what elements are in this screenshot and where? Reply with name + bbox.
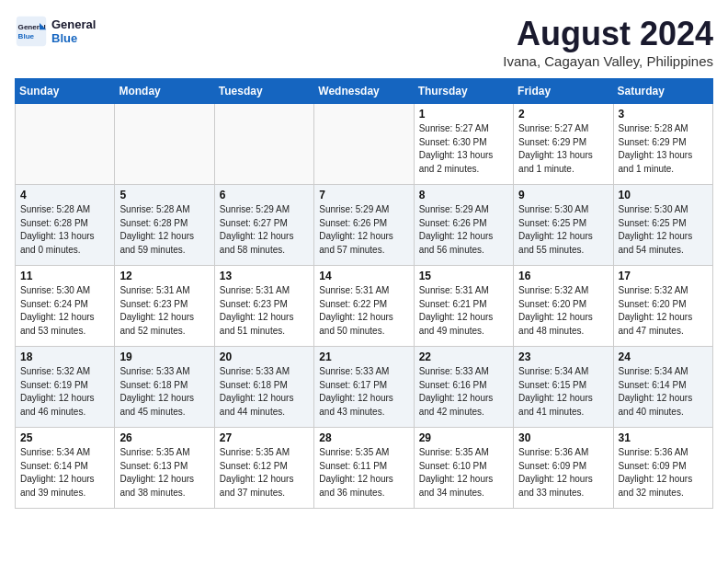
calendar-cell: 19Sunrise: 5:33 AM Sunset: 6:18 PM Dayli… [115, 347, 214, 428]
page-header: General Blue General Blue August 2024 Iv… [15, 15, 713, 69]
day-number: 7 [319, 189, 408, 201]
calendar-cell: 29Sunrise: 5:35 AM Sunset: 6:10 PM Dayli… [414, 428, 513, 509]
day-info: Sunrise: 5:34 AM Sunset: 6:14 PM Dayligh… [20, 446, 109, 500]
weekday-header-friday: Friday [514, 79, 613, 104]
subtitle: Ivana, Cagayan Valley, Philippines [503, 53, 713, 69]
calendar-cell: 31Sunrise: 5:36 AM Sunset: 6:09 PM Dayli… [613, 428, 712, 509]
day-info: Sunrise: 5:30 AM Sunset: 6:25 PM Dayligh… [619, 203, 708, 257]
calendar-cell: 18Sunrise: 5:32 AM Sunset: 6:19 PM Dayli… [16, 347, 115, 428]
calendar-cell: 22Sunrise: 5:33 AM Sunset: 6:16 PM Dayli… [414, 347, 513, 428]
day-number: 30 [518, 431, 608, 444]
day-number: 11 [20, 270, 109, 282]
calendar-cell: 2Sunrise: 5:27 AM Sunset: 6:29 PM Daylig… [514, 104, 613, 185]
day-number: 10 [619, 189, 708, 201]
day-info: Sunrise: 5:31 AM Sunset: 6:21 PM Dayligh… [419, 284, 508, 338]
day-info: Sunrise: 5:32 AM Sunset: 6:20 PM Dayligh… [619, 284, 708, 338]
day-number: 2 [518, 108, 608, 121]
calendar-cell: 17Sunrise: 5:32 AM Sunset: 6:20 PM Dayli… [613, 266, 712, 347]
day-number: 6 [220, 189, 309, 201]
calendar-week-row: 1Sunrise: 5:27 AM Sunset: 6:30 PM Daylig… [16, 104, 713, 185]
weekday-header-sunday: Sunday [16, 79, 115, 104]
calendar-cell: 11Sunrise: 5:30 AM Sunset: 6:24 PM Dayli… [16, 266, 115, 347]
day-number: 29 [419, 431, 508, 444]
calendar-cell: 10Sunrise: 5:30 AM Sunset: 6:25 PM Dayli… [613, 185, 712, 266]
calendar-cell: 25Sunrise: 5:34 AM Sunset: 6:14 PM Dayli… [16, 428, 115, 509]
weekday-header-monday: Monday [115, 79, 214, 104]
logo-icon: General Blue [15, 15, 48, 48]
day-number: 18 [20, 350, 109, 363]
day-info: Sunrise: 5:32 AM Sunset: 6:19 PM Dayligh… [20, 365, 109, 419]
day-number: 19 [119, 350, 209, 363]
calendar-cell: 24Sunrise: 5:34 AM Sunset: 6:14 PM Dayli… [613, 347, 712, 428]
day-info: Sunrise: 5:27 AM Sunset: 6:29 PM Dayligh… [518, 122, 608, 176]
day-info: Sunrise: 5:28 AM Sunset: 6:28 PM Dayligh… [20, 203, 109, 257]
day-number: 14 [319, 270, 408, 282]
day-info: Sunrise: 5:36 AM Sunset: 6:09 PM Dayligh… [518, 446, 608, 500]
weekday-header-row: SundayMondayTuesdayWednesdayThursdayFrid… [16, 79, 713, 104]
day-info: Sunrise: 5:35 AM Sunset: 6:10 PM Dayligh… [419, 446, 508, 500]
calendar-table: SundayMondayTuesdayWednesdayThursdayFrid… [15, 78, 713, 509]
calendar-cell: 12Sunrise: 5:31 AM Sunset: 6:23 PM Dayli… [115, 266, 214, 347]
day-info: Sunrise: 5:35 AM Sunset: 6:11 PM Dayligh… [319, 446, 408, 500]
day-number: 26 [119, 431, 209, 444]
day-info: Sunrise: 5:28 AM Sunset: 6:29 PM Dayligh… [619, 122, 708, 176]
day-number: 15 [419, 270, 508, 282]
title-area: August 2024 Ivana, Cagayan Valley, Phili… [503, 15, 713, 69]
weekday-header-tuesday: Tuesday [214, 79, 313, 104]
calendar-cell: 26Sunrise: 5:35 AM Sunset: 6:13 PM Dayli… [115, 428, 214, 509]
day-number: 5 [119, 189, 209, 201]
calendar-cell: 4Sunrise: 5:28 AM Sunset: 6:28 PM Daylig… [16, 185, 115, 266]
day-info: Sunrise: 5:29 AM Sunset: 6:26 PM Dayligh… [419, 203, 508, 257]
weekday-header-wednesday: Wednesday [314, 79, 414, 104]
day-info: Sunrise: 5:30 AM Sunset: 6:24 PM Dayligh… [20, 284, 109, 338]
day-number: 4 [20, 189, 109, 201]
day-info: Sunrise: 5:29 AM Sunset: 6:26 PM Dayligh… [319, 203, 408, 257]
day-number: 31 [619, 431, 708, 444]
svg-text:Blue: Blue [18, 32, 35, 40]
day-number: 13 [220, 270, 309, 282]
day-number: 9 [518, 189, 608, 201]
day-info: Sunrise: 5:35 AM Sunset: 6:12 PM Dayligh… [220, 446, 309, 500]
day-info: Sunrise: 5:33 AM Sunset: 6:18 PM Dayligh… [220, 365, 309, 419]
day-number: 28 [319, 431, 408, 444]
calendar-cell: 9Sunrise: 5:30 AM Sunset: 6:25 PM Daylig… [514, 185, 613, 266]
calendar-cell: 14Sunrise: 5:31 AM Sunset: 6:22 PM Dayli… [314, 266, 414, 347]
day-info: Sunrise: 5:31 AM Sunset: 6:23 PM Dayligh… [220, 284, 309, 338]
calendar-cell [314, 104, 414, 185]
day-number: 27 [220, 431, 309, 444]
day-info: Sunrise: 5:33 AM Sunset: 6:18 PM Dayligh… [119, 365, 209, 419]
logo: General Blue General Blue [15, 15, 96, 48]
day-info: Sunrise: 5:28 AM Sunset: 6:28 PM Dayligh… [119, 203, 209, 257]
day-info: Sunrise: 5:29 AM Sunset: 6:27 PM Dayligh… [220, 203, 309, 257]
calendar-cell: 27Sunrise: 5:35 AM Sunset: 6:12 PM Dayli… [214, 428, 313, 509]
day-number: 24 [619, 350, 708, 363]
calendar-cell: 3Sunrise: 5:28 AM Sunset: 6:29 PM Daylig… [613, 104, 712, 185]
day-number: 12 [119, 270, 209, 282]
day-info: Sunrise: 5:33 AM Sunset: 6:17 PM Dayligh… [319, 365, 408, 419]
calendar-cell: 21Sunrise: 5:33 AM Sunset: 6:17 PM Dayli… [314, 347, 414, 428]
weekday-header-saturday: Saturday [613, 79, 712, 104]
main-title: August 2024 [503, 15, 713, 53]
calendar-cell [115, 104, 214, 185]
calendar-cell: 30Sunrise: 5:36 AM Sunset: 6:09 PM Dayli… [514, 428, 613, 509]
calendar-week-row: 11Sunrise: 5:30 AM Sunset: 6:24 PM Dayli… [16, 266, 713, 347]
calendar-week-row: 4Sunrise: 5:28 AM Sunset: 6:28 PM Daylig… [16, 185, 713, 266]
weekday-header-thursday: Thursday [414, 79, 513, 104]
calendar-cell: 5Sunrise: 5:28 AM Sunset: 6:28 PM Daylig… [115, 185, 214, 266]
day-info: Sunrise: 5:34 AM Sunset: 6:15 PM Dayligh… [518, 365, 608, 419]
calendar-cell [214, 104, 313, 185]
day-info: Sunrise: 5:31 AM Sunset: 6:23 PM Dayligh… [119, 284, 209, 338]
day-info: Sunrise: 5:36 AM Sunset: 6:09 PM Dayligh… [619, 446, 708, 500]
day-number: 17 [619, 270, 708, 282]
day-info: Sunrise: 5:27 AM Sunset: 6:30 PM Dayligh… [419, 122, 508, 176]
day-info: Sunrise: 5:35 AM Sunset: 6:13 PM Dayligh… [119, 446, 209, 500]
logo-general: General [51, 17, 96, 31]
day-number: 25 [20, 431, 109, 444]
calendar-week-row: 18Sunrise: 5:32 AM Sunset: 6:19 PM Dayli… [16, 347, 713, 428]
day-number: 8 [419, 189, 508, 201]
calendar-cell: 7Sunrise: 5:29 AM Sunset: 6:26 PM Daylig… [314, 185, 414, 266]
day-info: Sunrise: 5:32 AM Sunset: 6:20 PM Dayligh… [518, 284, 608, 338]
day-info: Sunrise: 5:31 AM Sunset: 6:22 PM Dayligh… [319, 284, 408, 338]
day-number: 23 [518, 350, 608, 363]
calendar-cell: 8Sunrise: 5:29 AM Sunset: 6:26 PM Daylig… [414, 185, 513, 266]
